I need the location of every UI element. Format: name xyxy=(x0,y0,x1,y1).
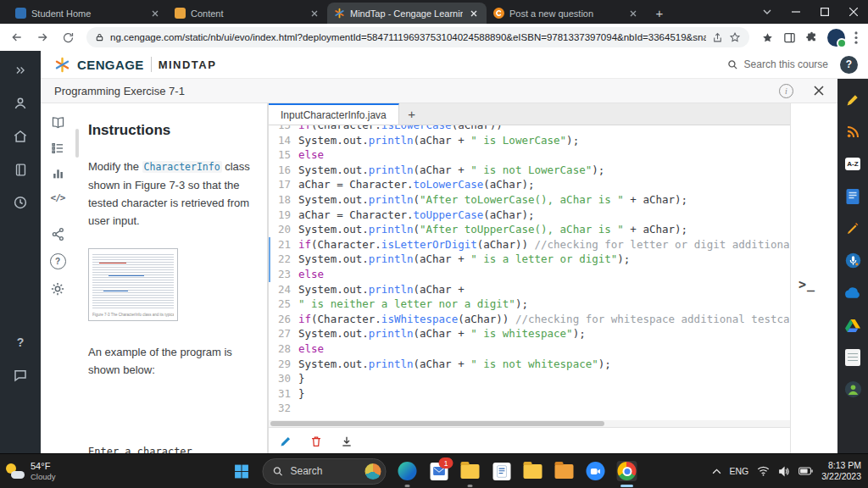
back-button[interactable] xyxy=(7,27,27,47)
console-toggle-button[interactable]: >_ xyxy=(798,277,815,292)
editor-side-gutter: >_ xyxy=(791,103,837,454)
battery-icon[interactable] xyxy=(798,467,813,475)
forward-button[interactable] xyxy=(32,27,53,47)
code-line[interactable]: 19aChar = Character.toUpperCase(aChar); xyxy=(269,208,790,223)
code-line[interactable]: 13if(Character.isLowerCase(aChar)) xyxy=(269,125,790,133)
code-line[interactable]: 30} xyxy=(269,371,790,386)
tab-student-home[interactable]: Student Home xyxy=(8,3,168,24)
code-editor[interactable]: 13if(Character.isLowerCase(aChar))14Syst… xyxy=(269,125,790,420)
edit-pencil-icon[interactable] xyxy=(279,435,292,448)
code-line[interactable]: 17aChar = Character.toLowerCase(aChar); xyxy=(269,177,790,192)
settings-gear-icon[interactable] xyxy=(50,281,65,297)
dock-profile-icon[interactable] xyxy=(843,380,863,399)
tab-content[interactable]: Content xyxy=(168,3,327,24)
taskbar-search[interactable]: Search xyxy=(263,458,387,485)
google-drive-icon[interactable] xyxy=(843,315,863,335)
ebook-icon[interactable] xyxy=(843,186,863,206)
close-window-button[interactable] xyxy=(839,0,868,24)
home-icon[interactable] xyxy=(10,126,31,147)
extensions-puzzle-icon[interactable] xyxy=(805,31,818,44)
document-app-icon[interactable] xyxy=(492,461,512,481)
code-line[interactable]: 29System.out.println(aChar + " is not wh… xyxy=(269,357,790,372)
profile-icon[interactable] xyxy=(10,93,31,114)
wifi-icon[interactable] xyxy=(757,466,770,476)
readspeaker-mic-icon[interactable] xyxy=(843,251,863,270)
rss-feed-icon[interactable] xyxy=(843,122,863,141)
tray-chevron-icon[interactable] xyxy=(712,469,721,474)
weather-widget[interactable]: 54°F Cloudy xyxy=(6,454,56,488)
code-line[interactable]: 31} xyxy=(269,386,790,402)
code-line[interactable]: 16System.out.println(aChar + " is not Lo… xyxy=(269,163,790,178)
help-icon[interactable]: ? xyxy=(10,332,31,352)
folder-2-icon[interactable] xyxy=(523,461,543,481)
onedrive-cloud-icon[interactable] xyxy=(843,283,863,302)
reload-button[interactable] xyxy=(58,27,78,47)
profile-avatar[interactable] xyxy=(827,29,845,47)
maximize-button[interactable] xyxy=(810,0,839,24)
code-line[interactable]: 15else xyxy=(269,147,790,163)
tab-close-icon[interactable] xyxy=(627,8,639,19)
sticky-note-icon[interactable] xyxy=(843,347,863,367)
start-button[interactable] xyxy=(231,461,252,481)
info-icon[interactable]: i xyxy=(779,84,793,98)
code-line[interactable]: 27System.out.println(aChar + " is whites… xyxy=(269,326,790,341)
chrome-icon[interactable] xyxy=(617,461,637,481)
file-explorer-icon[interactable] xyxy=(460,461,481,481)
glossary-icon[interactable]: A-Z xyxy=(843,154,863,174)
delete-trash-icon[interactable] xyxy=(309,435,323,448)
editor-new-file-button[interactable]: + xyxy=(399,103,425,125)
messages-icon[interactable] xyxy=(10,365,31,385)
reader-view-icon[interactable] xyxy=(50,115,66,130)
tab-mindtap[interactable]: MindTap - Cengage Learning xyxy=(327,3,487,24)
sidebar-panel-icon[interactable] xyxy=(783,31,796,44)
mail-icon[interactable]: 1 xyxy=(429,461,449,481)
progress-chart-icon[interactable] xyxy=(51,167,65,180)
close-activity-icon[interactable] xyxy=(814,86,824,96)
code-line[interactable]: 20System.out.println("After toUpperCase(… xyxy=(269,222,790,237)
editor-horizontal-scrollbar[interactable] xyxy=(269,420,790,427)
taskbar-clock[interactable]: 8:13 PM 3/22/2023 xyxy=(821,460,861,482)
share-icon[interactable] xyxy=(51,227,65,241)
bookmark-star-icon[interactable] xyxy=(729,31,741,43)
language-indicator[interactable]: ENG xyxy=(730,466,749,476)
code-line[interactable]: 24System.out.println(aChar + xyxy=(269,282,790,297)
code-line[interactable]: 26if(Character.isWhitespace(aChar)) //ch… xyxy=(269,312,790,327)
minimize-button[interactable] xyxy=(782,0,810,24)
mindtap-help-button[interactable]: ? xyxy=(840,56,858,74)
downloads-folder-icon[interactable] xyxy=(554,461,575,481)
code-line[interactable]: 18System.out.println("After toLowerCase(… xyxy=(269,192,790,208)
volume-icon[interactable] xyxy=(778,466,790,477)
tab-search-chevron-icon[interactable] xyxy=(753,0,782,24)
editor-file-tab[interactable]: InputCharacterInfo.java xyxy=(269,103,399,125)
scrollbar-thumb[interactable] xyxy=(270,421,604,426)
tab-close-icon[interactable] xyxy=(149,8,161,19)
extension-star-icon[interactable] xyxy=(761,31,774,44)
edge-icon[interactable] xyxy=(398,461,418,481)
highlighter-icon[interactable] xyxy=(843,219,863,238)
code-line[interactable]: 14System.out.println(aChar + " is LowerC… xyxy=(269,133,790,148)
code-line[interactable]: 28else xyxy=(269,341,790,357)
code-line[interactable]: 25" is neither a letter nor a digit"); xyxy=(269,297,790,312)
browser-menu-icon[interactable] xyxy=(854,31,858,44)
tab-post-question[interactable]: Post a new question xyxy=(487,3,646,24)
help-circle-icon[interactable]: ? xyxy=(50,253,66,269)
notes-pencil-icon[interactable] xyxy=(843,90,863,109)
course-content-icon[interactable] xyxy=(10,159,31,180)
tab-close-icon[interactable] xyxy=(309,8,320,19)
code-view-icon[interactable]: </> xyxy=(51,192,65,203)
course-search[interactable]: Search this course xyxy=(727,58,828,70)
share-icon[interactable] xyxy=(712,32,723,43)
expand-sidebar-icon[interactable] xyxy=(10,60,31,80)
address-bar[interactable]: ng.cengage.com/static/nb/ui/evo/index.ht… xyxy=(86,27,749,47)
code-line[interactable]: 22System.out.println(aChar + " is a lett… xyxy=(269,252,790,267)
figure-thumbnail[interactable]: Figure 7-3 The CharacterInfo class and i… xyxy=(88,248,178,321)
schedule-icon[interactable] xyxy=(10,192,31,213)
new-tab-button[interactable]: + xyxy=(649,3,670,23)
code-line[interactable]: 21if(Character.isLetterOrDigit(aChar)) /… xyxy=(269,237,790,252)
download-icon[interactable] xyxy=(340,435,353,448)
tab-close-icon[interactable] xyxy=(468,8,480,19)
code-line[interactable]: 23else xyxy=(269,267,790,282)
zoom-icon[interactable] xyxy=(586,461,606,481)
outline-checklist-icon[interactable] xyxy=(50,141,65,155)
code-line[interactable]: 32 xyxy=(269,401,790,416)
